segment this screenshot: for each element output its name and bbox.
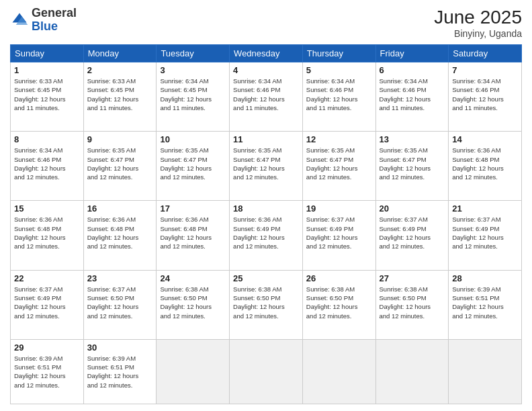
day-info: Sunrise: 6:33 AM Sunset: 6:45 PM Dayligh…	[14, 77, 80, 112]
day-info: Sunrise: 6:37 AM Sunset: 6:49 PM Dayligh…	[452, 215, 518, 250]
day-cell: 25 Sunrise: 6:38 AM Sunset: 6:50 PM Dayl…	[230, 270, 303, 339]
day-info: Sunrise: 6:37 AM Sunset: 6:49 PM Dayligh…	[306, 215, 372, 250]
logo-text: General Blue	[32, 7, 77, 34]
day-number: 12	[306, 134, 372, 144]
day-info: Sunrise: 6:35 AM Sunset: 6:47 PM Dayligh…	[233, 146, 299, 181]
day-cell: 21 Sunrise: 6:37 AM Sunset: 6:49 PM Dayl…	[449, 201, 522, 270]
day-number: 1	[14, 65, 80, 75]
weekday-header: Friday	[375, 45, 449, 62]
day-info: Sunrise: 6:34 AM Sunset: 6:46 PM Dayligh…	[452, 77, 518, 112]
day-info: Sunrise: 6:35 AM Sunset: 6:47 PM Dayligh…	[380, 146, 445, 181]
day-cell: 27 Sunrise: 6:38 AM Sunset: 6:50 PM Dayl…	[375, 270, 449, 339]
weekday-header: Sunday	[11, 45, 84, 62]
day-info: Sunrise: 6:38 AM Sunset: 6:50 PM Dayligh…	[160, 285, 226, 320]
day-cell: 30 Sunrise: 6:39 AM Sunset: 6:51 PM Dayl…	[83, 339, 157, 404]
day-cell: 20 Sunrise: 6:37 AM Sunset: 6:49 PM Dayl…	[375, 201, 449, 270]
day-cell: 2 Sunrise: 6:33 AM Sunset: 6:45 PM Dayli…	[83, 62, 157, 132]
day-number: 18	[233, 203, 299, 214]
day-number: 13	[380, 134, 445, 144]
day-cell: 14 Sunrise: 6:36 AM Sunset: 6:48 PM Dayl…	[449, 132, 522, 201]
day-cell: 18 Sunrise: 6:36 AM Sunset: 6:49 PM Dayl…	[230, 201, 303, 270]
day-number: 9	[87, 134, 153, 144]
day-number: 11	[233, 134, 299, 144]
day-cell: 16 Sunrise: 6:36 AM Sunset: 6:48 PM Dayl…	[83, 201, 157, 270]
weekday-header: Monday	[83, 45, 157, 62]
weekday-header: Wednesday	[230, 45, 303, 62]
day-number: 19	[306, 203, 372, 214]
day-cell	[449, 339, 522, 404]
day-number: 5	[306, 65, 372, 75]
day-cell	[230, 339, 303, 404]
title-section: June 2025 Binyiny, Uganda	[434, 7, 522, 39]
calendar-table: SundayMondayTuesdayWednesdayThursdayFrid…	[10, 44, 522, 404]
day-info: Sunrise: 6:36 AM Sunset: 6:48 PM Dayligh…	[452, 146, 518, 181]
day-number: 16	[87, 203, 153, 214]
day-number: 24	[160, 273, 226, 283]
day-cell: 13 Sunrise: 6:35 AM Sunset: 6:47 PM Dayl…	[375, 132, 449, 201]
day-number: 8	[14, 134, 80, 144]
weekday-header: Thursday	[302, 45, 375, 62]
day-cell	[375, 339, 449, 404]
day-cell: 15 Sunrise: 6:36 AM Sunset: 6:48 PM Dayl…	[11, 201, 84, 270]
day-info: Sunrise: 6:38 AM Sunset: 6:50 PM Dayligh…	[380, 285, 445, 320]
day-number: 7	[452, 65, 518, 75]
day-info: Sunrise: 6:34 AM Sunset: 6:45 PM Dayligh…	[160, 77, 226, 112]
calendar-page: General Blue June 2025 Binyiny, Uganda S…	[0, 0, 532, 411]
day-info: Sunrise: 6:38 AM Sunset: 6:50 PM Dayligh…	[306, 285, 372, 320]
day-number: 20	[380, 203, 445, 214]
day-info: Sunrise: 6:39 AM Sunset: 6:51 PM Dayligh…	[452, 285, 518, 320]
day-cell: 3 Sunrise: 6:34 AM Sunset: 6:45 PM Dayli…	[157, 62, 230, 132]
day-cell: 19 Sunrise: 6:37 AM Sunset: 6:49 PM Dayl…	[302, 201, 375, 270]
week-row: 29 Sunrise: 6:39 AM Sunset: 6:51 PM Dayl…	[11, 339, 522, 404]
day-number: 25	[233, 273, 299, 283]
day-info: Sunrise: 6:35 AM Sunset: 6:47 PM Dayligh…	[160, 146, 226, 181]
day-number: 27	[380, 273, 445, 283]
day-cell: 29 Sunrise: 6:39 AM Sunset: 6:51 PM Dayl…	[11, 339, 84, 404]
day-number: 4	[233, 65, 299, 75]
day-cell: 23 Sunrise: 6:37 AM Sunset: 6:50 PM Dayl…	[83, 270, 157, 339]
day-number: 2	[87, 65, 153, 75]
day-number: 22	[14, 273, 80, 283]
day-info: Sunrise: 6:37 AM Sunset: 6:49 PM Dayligh…	[380, 215, 445, 250]
page-header: General Blue June 2025 Binyiny, Uganda	[10, 7, 522, 39]
day-cell: 28 Sunrise: 6:39 AM Sunset: 6:51 PM Dayl…	[449, 270, 522, 339]
day-info: Sunrise: 6:35 AM Sunset: 6:47 PM Dayligh…	[306, 146, 372, 181]
day-cell: 26 Sunrise: 6:38 AM Sunset: 6:50 PM Dayl…	[302, 270, 375, 339]
day-cell: 24 Sunrise: 6:38 AM Sunset: 6:50 PM Dayl…	[157, 270, 230, 339]
day-info: Sunrise: 6:39 AM Sunset: 6:51 PM Dayligh…	[87, 354, 153, 390]
day-info: Sunrise: 6:36 AM Sunset: 6:48 PM Dayligh…	[87, 215, 153, 250]
month-title: June 2025	[434, 7, 522, 28]
day-info: Sunrise: 6:35 AM Sunset: 6:47 PM Dayligh…	[87, 146, 153, 181]
day-cell: 17 Sunrise: 6:36 AM Sunset: 6:48 PM Dayl…	[157, 201, 230, 270]
day-number: 23	[87, 273, 153, 283]
day-info: Sunrise: 6:38 AM Sunset: 6:50 PM Dayligh…	[233, 285, 299, 320]
day-number: 14	[452, 134, 518, 144]
day-info: Sunrise: 6:33 AM Sunset: 6:45 PM Dayligh…	[87, 77, 153, 112]
day-cell	[157, 339, 230, 404]
day-info: Sunrise: 6:37 AM Sunset: 6:49 PM Dayligh…	[14, 285, 80, 320]
day-number: 28	[452, 273, 518, 283]
day-cell: 9 Sunrise: 6:35 AM Sunset: 6:47 PM Dayli…	[83, 132, 157, 201]
day-number: 15	[14, 203, 80, 214]
location: Binyiny, Uganda	[434, 28, 522, 39]
day-cell: 12 Sunrise: 6:35 AM Sunset: 6:47 PM Dayl…	[302, 132, 375, 201]
day-cell: 22 Sunrise: 6:37 AM Sunset: 6:49 PM Dayl…	[11, 270, 84, 339]
day-cell: 1 Sunrise: 6:33 AM Sunset: 6:45 PM Dayli…	[11, 62, 84, 132]
day-cell: 11 Sunrise: 6:35 AM Sunset: 6:47 PM Dayl…	[230, 132, 303, 201]
day-info: Sunrise: 6:36 AM Sunset: 6:48 PM Dayligh…	[160, 215, 226, 250]
day-cell: 10 Sunrise: 6:35 AM Sunset: 6:47 PM Dayl…	[157, 132, 230, 201]
weekday-header-row: SundayMondayTuesdayWednesdayThursdayFrid…	[11, 45, 522, 62]
day-number: 30	[87, 342, 153, 353]
day-number: 26	[306, 273, 372, 283]
day-cell: 6 Sunrise: 6:34 AM Sunset: 6:46 PM Dayli…	[375, 62, 449, 132]
week-row: 1 Sunrise: 6:33 AM Sunset: 6:45 PM Dayli…	[11, 62, 522, 132]
weekday-header: Tuesday	[157, 45, 230, 62]
day-info: Sunrise: 6:34 AM Sunset: 6:46 PM Dayligh…	[233, 77, 299, 112]
day-info: Sunrise: 6:34 AM Sunset: 6:46 PM Dayligh…	[380, 77, 445, 112]
day-number: 3	[160, 65, 226, 75]
day-cell: 7 Sunrise: 6:34 AM Sunset: 6:46 PM Dayli…	[449, 62, 522, 132]
weekday-header: Saturday	[449, 45, 522, 62]
day-cell: 4 Sunrise: 6:34 AM Sunset: 6:46 PM Dayli…	[230, 62, 303, 132]
day-cell: 5 Sunrise: 6:34 AM Sunset: 6:46 PM Dayli…	[302, 62, 375, 132]
week-row: 15 Sunrise: 6:36 AM Sunset: 6:48 PM Dayl…	[11, 201, 522, 270]
